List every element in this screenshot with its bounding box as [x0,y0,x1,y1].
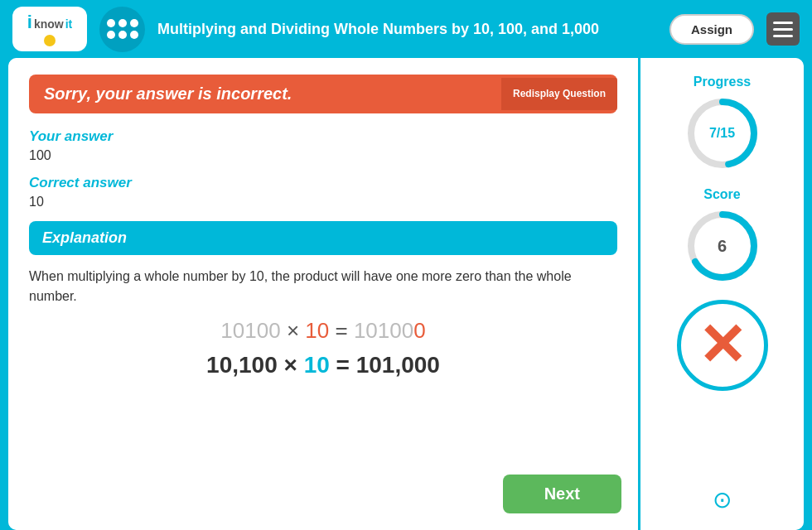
next-button[interactable]: Next [503,475,621,513]
math-result-suffix: 0 [413,318,425,343]
explanation-text: When multiplying a whole number by 10, t… [29,267,617,306]
math-equals: = [335,318,353,343]
hamburger-line [773,28,793,31]
logo-bulb [44,35,56,46]
math-real-left: 10,100 [206,352,283,378]
math-result-prefix: 10100 [354,318,413,343]
incorrect-indicator: ✕ [677,300,768,391]
hamburger-line [773,22,793,24]
math-real-operator: × [284,352,304,378]
your-answer-value: 100 [29,148,617,163]
score-value: 6 [718,237,727,256]
math-left: 10100 [220,318,280,343]
incorrect-message: Sorry, your answer is incorrect. [29,75,501,113]
math-multiplier: 10 [305,318,329,343]
logo-it: it [65,17,73,31]
math-multiply: × [287,318,305,343]
menu-button[interactable] [766,12,800,46]
progress-section: Progress 7/15 [685,75,760,171]
hamburger-line [773,35,793,37]
math-real-equals: = 101,000 [336,352,440,378]
video-dots [107,19,138,39]
main-content: Sorry, your answer is incorrect. Redispl… [8,58,804,530]
redisplay-button[interactable]: Redisplay Question [501,78,617,111]
your-answer-label: Your answer [29,128,617,145]
question-content: Sorry, your answer is incorrect. Redispl… [8,58,638,530]
video-icon[interactable] [99,7,145,52]
xmark-icon: ✕ [698,316,747,374]
score-section: Score 6 [685,187,760,283]
correct-answer-value: 10 [29,195,617,210]
score-circle: 6 [685,209,760,283]
math-real-multiplier: 10 [304,352,330,378]
assign-button[interactable]: Assign [669,14,754,45]
sidebar: Progress 7/15 Score 6 ✕ [638,58,804,530]
progress-label: Progress [685,75,760,89]
math-visual: 10100 × 10 = 101000 [29,318,617,344]
logo: i know it [12,7,87,51]
back-arrow-icon[interactable]: ⊙ [713,486,732,513]
score-label: Score [685,187,760,202]
progress-text: 7/15 [709,126,735,141]
math-real: 10,100 × 10 = 101,000 [29,352,617,378]
explanation-header: Explanation [29,221,617,255]
header: i know it Multiplying and Dividing Whole… [0,0,812,58]
page-title: Multiplying and Dividing Whole Numbers b… [157,21,657,38]
logo-know: know [34,17,64,31]
logo-i: i [27,12,32,33]
progress-circle: 7/15 [685,96,760,171]
correct-answer-label: Correct answer [29,175,617,191]
incorrect-banner: Sorry, your answer is incorrect. Redispl… [29,75,617,113]
